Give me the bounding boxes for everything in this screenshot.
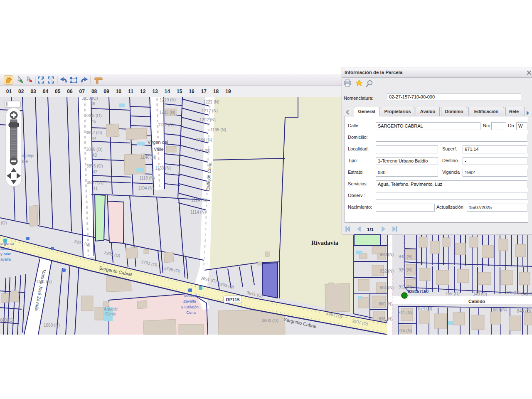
- svg-text:1/1: 1/1: [367, 227, 374, 232]
- svg-text:Rivadavia: Rivadavia: [311, 239, 339, 246]
- svg-text:838 (N): 838 (N): [379, 317, 392, 321]
- svg-text:911 (N): 911 (N): [399, 285, 412, 289]
- svg-text:149 (O): 149 (O): [473, 292, 487, 296]
- svg-text:44: 44: [92, 136, 97, 141]
- svg-text:1195 (N): 1195 (N): [210, 128, 226, 132]
- svg-text:815 (N): 815 (N): [398, 328, 412, 333]
- svg-text:3859 (O): 3859 (O): [81, 97, 98, 101]
- svg-text:(O): (O): [1, 221, 7, 225]
- svg-text:600 (O): 600 (O): [0, 318, 14, 323]
- svg-text:159 (O): 159 (O): [446, 291, 460, 296]
- svg-text:1202 (N): 1202 (N): [200, 118, 216, 122]
- svg-text:1104 (N): 1104 (N): [138, 186, 154, 190]
- svg-text:46: 46: [91, 101, 96, 106]
- svg-text:ergento: ergento: [0, 241, 14, 246]
- svg-text:860 (N): 860 (N): [493, 308, 507, 312]
- svg-text:3855 (O): 3855 (O): [86, 164, 103, 168]
- svg-text:3858 (O): 3858 (O): [85, 113, 101, 118]
- svg-text:1184 (N): 1184 (N): [196, 138, 212, 142]
- svg-text:avalla: avalla: [0, 257, 11, 261]
- svg-text:1203 (N): 1203 (N): [159, 110, 175, 115]
- svg-text:43: 43: [92, 153, 97, 158]
- svg-text:Virgen del: Virgen del: [148, 140, 168, 145]
- svg-text:343 (O): 343 (O): [521, 292, 532, 296]
- svg-text:1212 (N): 1212 (N): [202, 108, 218, 113]
- svg-text:Valle: Valle: [154, 147, 164, 152]
- svg-text:841 (N): 841 (N): [398, 310, 412, 315]
- svg-text:3857 (O): 3857 (O): [86, 131, 102, 135]
- svg-text:860 (N): 860 (N): [379, 302, 392, 306]
- svg-text:Coria: Coria: [186, 310, 196, 315]
- svg-text:Aquatic: Aquatic: [104, 307, 118, 311]
- svg-text:y Mae: y Mae: [0, 251, 11, 256]
- svg-text:945 (N): 945 (N): [399, 254, 412, 259]
- svg-text:904 (N): 904 (N): [380, 286, 394, 290]
- svg-text:42: 42: [93, 170, 98, 174]
- svg-text:1219 (N): 1219 (N): [160, 98, 176, 102]
- svg-text:1146 (N): 1146 (N): [140, 155, 156, 160]
- svg-text:1174 (N): 1174 (N): [195, 148, 210, 153]
- svg-text:1187 (N): 1187 (N): [158, 123, 174, 127]
- svg-text:3600 (O): 3600 (O): [262, 318, 278, 323]
- svg-text:45: 45: [91, 119, 96, 124]
- svg-text:844 (O): 844 (O): [517, 309, 531, 313]
- svg-text:Cabildo: Cabildo: [468, 299, 485, 304]
- svg-text:1133 (N): 1133 (N): [155, 166, 171, 170]
- svg-text:932 (N): 932 (N): [380, 269, 394, 273]
- svg-text:373 (O): 373 (O): [505, 291, 520, 295]
- svg-text:929 (N): 929 (N): [399, 268, 412, 272]
- svg-text:1114 (N): 1114 (N): [190, 210, 206, 214]
- svg-text:Manuel: Manuel: [184, 293, 197, 298]
- svg-text:960 (N): 960 (N): [380, 252, 394, 257]
- svg-text:928157160: 928157160: [408, 289, 429, 294]
- svg-text:1222 (N): 1222 (N): [203, 100, 219, 104]
- svg-text:41: 41: [93, 186, 98, 191]
- svg-text:1060 (N): 1060 (N): [44, 323, 60, 328]
- svg-text:abral: abral: [0, 246, 9, 251]
- svg-text:3856 (O): 3856 (O): [86, 147, 102, 152]
- svg-text:874 (O): 874 (O): [418, 306, 432, 311]
- svg-text:1124 (N): 1124 (N): [191, 198, 207, 202]
- svg-text:RP115: RP115: [226, 297, 239, 302]
- svg-text:Cente: Cente: [105, 312, 116, 316]
- svg-text:y Callejón: y Callejón: [181, 305, 199, 309]
- svg-text:1118 (N): 1118 (N): [139, 176, 155, 180]
- svg-text:Zavalla: Zavalla: [183, 299, 196, 303]
- svg-text:3851 (O): 3851 (O): [87, 180, 103, 185]
